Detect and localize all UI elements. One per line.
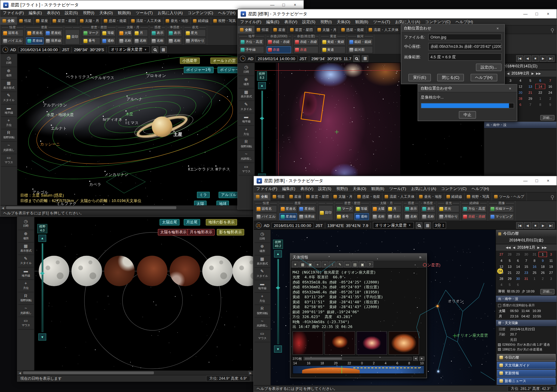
sidebar-item[interactable]: ◷ 日時 [1, 55, 17, 67]
maximize-button[interactable]: □ [531, 9, 543, 19]
sidebar-item[interactable]: ▦ 表示形式 [1, 80, 17, 92]
settings-button[interactable]: 設定(S)... [476, 63, 502, 71]
toolbar-button[interactable]: 表示 [421, 205, 435, 213]
sidebar-item[interactable]: + 方位 [18, 280, 34, 292]
toolbar-button[interactable]: 方位・高度 [239, 38, 264, 46]
chart-overlay-button[interactable]: オールトの雲 [210, 57, 238, 64]
toolbar-tab[interactable]: 全般 [254, 192, 271, 201]
menu-item[interactable]: 観測(B) [353, 19, 371, 25]
sidebar-item[interactable]: ⊕ 場所 [238, 76, 254, 88]
toolbar-button[interactable]: 月 [133, 29, 148, 37]
datetime-display[interactable]: 2016/02/14 14:00:00 [18, 47, 60, 52]
toolbar-button[interactable]: 通称 [354, 213, 369, 220]
calendar-day[interactable]: 16 [530, 264, 539, 269]
toolbar-button[interactable]: 名称 [150, 37, 165, 44]
toolbar-button[interactable]: 子午線 [239, 46, 264, 54]
toolbar-button[interactable]: 赤道 [294, 46, 318, 54]
pin-icon[interactable] [548, 192, 556, 201]
chart-overlay-button[interactable]: 地球の影を表示 [206, 219, 237, 225]
calendar-day[interactable]: 14 [535, 84, 545, 89]
sidebar-item[interactable]: ▦ 表示形式 [238, 88, 254, 101]
target-dropdown[interactable]: オリオン座大星雲▼ [373, 222, 414, 228]
sidebar-item[interactable]: ▭ マウス [238, 163, 254, 175]
playback-button[interactable]: ▶| [547, 55, 555, 62]
sidebar-item[interactable]: ✎ スタイル [238, 101, 254, 113]
detail-button[interactable]: 詳細... [540, 289, 555, 294]
grid-icon[interactable]: ▦ [424, 222, 431, 228]
star-chart[interactable]: ン星雲)オリオンオリオン座大星雲 視野49.2 ▲ ▼ 天体情報 × ☀▦▣+×… [271, 230, 495, 385]
calendar-day[interactable]: 2 [545, 96, 555, 101]
star-label[interactable]: プロキオン [146, 72, 166, 78]
toolbar-button[interactable]: 太陽 [118, 29, 132, 37]
toolbar-tab[interactable]: 惑星・衛星 [339, 26, 366, 34]
calendar-day[interactable]: 1 [535, 96, 545, 101]
toolbar-button[interactable]: 番号 [335, 213, 353, 220]
calendar-day[interactable]: 1 [530, 276, 539, 281]
menu-item[interactable]: 表示(V) [298, 186, 316, 191]
menu-item[interactable]: お気に入り(A) [409, 186, 439, 191]
minimize-button[interactable]: — [267, 0, 278, 10]
next-month-button[interactable]: ▶ [531, 72, 534, 75]
toolbar-tab[interactable]: 恒星 [271, 192, 287, 201]
toolbar-button[interactable]: 月 [387, 205, 401, 213]
star-label[interactable]: 水星・地球火星 [47, 111, 74, 118]
panel-nav-item[interactable]: 天文現象ガイド [497, 362, 555, 369]
maximize-button[interactable]: □ [278, 0, 289, 10]
menu-item[interactable]: 天体(O) [334, 19, 353, 25]
sidebar-item[interactable]: ⊕ 場所 [254, 243, 270, 255]
toolbar-button[interactable]: 目印 [65, 29, 79, 44]
menu-item[interactable]: 編集(E) [264, 19, 282, 25]
calendar-day[interactable]: 31 [522, 276, 531, 281]
menu-item[interactable]: 設定(S) [62, 10, 80, 16]
datetime-display[interactable]: 2016/02/14 14:00:00 [256, 56, 297, 61]
toolbar-button[interactable]: マッピング [489, 213, 514, 220]
sidebar-item[interactable]: ▭ マウス [18, 317, 34, 329]
toolbar-button[interactable]: 境界線 [298, 213, 316, 220]
zoom-out-button[interactable]: ▼ [38, 333, 46, 341]
toolbar-tab[interactable]: 星座 [271, 26, 288, 34]
toolbar-button[interactable]: 等級 [101, 29, 115, 37]
sidebar-item[interactable]: ~ 光跡残し [254, 317, 270, 330]
chart-overlay-button[interactable]: 月を輪郭表示 [187, 229, 215, 235]
star-label[interactable]: 土星 [173, 131, 182, 138]
toolbar-button[interactable]: 固有名 [2, 29, 23, 37]
astro-event[interactable]: 18時21分 月が天の赤道通過 [496, 347, 557, 352]
close-button[interactable]: × [542, 9, 554, 19]
menu-item[interactable]: コンテンツ(C) [185, 10, 216, 16]
toolbar-button[interactable]: 黄道 [321, 46, 345, 54]
playback-button[interactable]: |◀ [516, 55, 523, 62]
toolbar-tab[interactable]: ツール・ヘルプ [492, 192, 527, 201]
menu-item[interactable]: 編集(E) [26, 10, 44, 16]
sidebar-item[interactable]: ▬ 地平線 [1, 104, 17, 117]
chart-overlay-button[interactable]: ボイジャー1号 [184, 67, 213, 73]
menu-item[interactable]: ツール(T) [133, 10, 155, 16]
calendar-day[interactable]: 18 [539, 264, 547, 269]
calendar-day[interactable]: 6 [535, 78, 545, 83]
toolbar-button[interactable]: 等級 [354, 205, 369, 213]
minimize-button[interactable]: — [520, 9, 531, 19]
toolbar-button[interactable]: 投稿マーク [489, 205, 514, 213]
toolbar-button[interactable]: 名称 [372, 213, 386, 220]
menu-item[interactable]: ツール(T) [387, 186, 409, 191]
menu-item[interactable]: コンテンツ(C) [439, 186, 469, 191]
toolbar-button[interactable]: 星光 [185, 29, 206, 37]
chart-overlay-button[interactable]: ミラ [197, 192, 210, 198]
toolbar-tab[interactable]: 太陽・月 [331, 192, 355, 201]
titlebar[interactable]: ★ 星図 [フライト] - ステラナビゲータ — □ × [0, 0, 304, 10]
calendar-day[interactable]: 5 [506, 258, 514, 263]
zoom-in-button[interactable]: ▲ [274, 250, 282, 258]
sidebar-item[interactable]: ▭ マウス [254, 330, 270, 342]
chart-overlay-button[interactable]: 月追尾 [184, 219, 200, 225]
chart-overlay-button[interactable]: 太陽を輪郭表示 [158, 229, 189, 235]
calendar-day[interactable]: 29 [525, 96, 535, 101]
toolbar-button[interactable]: バイエル [2, 37, 23, 44]
star-label[interactable]: Ⅳディオネ [103, 116, 122, 122]
fov-slider[interactable] [41, 243, 43, 332]
sidebar-item[interactable]: + 方位 [254, 292, 270, 305]
calendar-day[interactable]: 30 [514, 276, 522, 281]
toolbar-tab[interactable]: 流星・人工天体 [366, 26, 401, 34]
sidebar-item[interactable]: ▬ 地平線 [18, 267, 34, 280]
toolbar-button[interactable]: 星座線 [26, 37, 44, 44]
calendar-day[interactable]: 4 [497, 282, 506, 287]
menu-item[interactable]: ファイル(F) [238, 19, 264, 25]
